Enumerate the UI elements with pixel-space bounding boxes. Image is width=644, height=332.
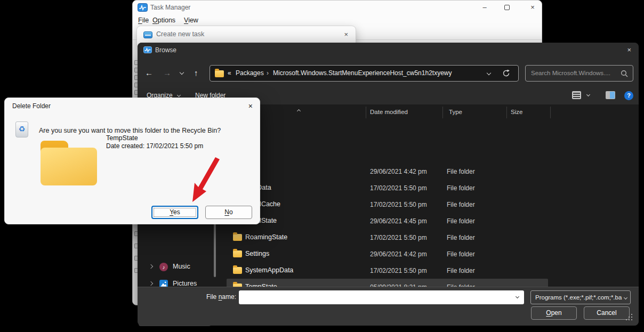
create-new-task-title: Create new task [156, 30, 204, 38]
column-size[interactable]: Size [511, 109, 522, 115]
recycle-bin-icon: ♻ [15, 122, 28, 137]
sidebar-item-music[interactable]: ♪ Music [139, 259, 211, 275]
column-separator [550, 107, 551, 118]
maximize-icon[interactable] [504, 5, 510, 10]
column-separator [442, 107, 443, 118]
table-row[interactable]: 29/06/2021 4:42 pmFile folder [227, 163, 548, 180]
delete-folder-dialog: Delete Folder × ♻ Are you sure you want … [4, 98, 260, 224]
browse-title: Browse [155, 46, 176, 54]
resize-grip[interactable] [631, 319, 632, 320]
combo-dropdown-icon[interactable] [516, 295, 519, 298]
screen: Task Manager – × File Options View Creat… [0, 0, 644, 332]
resize-grip-dot [626, 319, 627, 320]
close-icon[interactable]: × [627, 46, 631, 54]
table-row[interactable]: Settings29/06/2021 4:42 pmFile folder [227, 246, 548, 262]
breadcrumb-packages[interactable]: Packages [236, 69, 264, 77]
filter-dropdown-icon [624, 296, 627, 299]
column-separator [506, 107, 507, 118]
dialog-footer: File name: Programs (*.exe;*.pif;*.com;*… [138, 287, 639, 326]
chevron-right-icon[interactable] [149, 281, 153, 286]
column-separator [366, 107, 366, 118]
up-icon[interactable]: ↑ [194, 68, 198, 77]
resize-grip-dot [629, 317, 630, 318]
table-row[interactable]: LocalCache17/02/2021 5:50 pmFile folder [227, 196, 548, 213]
folder-preview-icon [41, 141, 97, 185]
refresh-icon[interactable] [502, 69, 511, 78]
cancel-button[interactable]: Cancel [584, 306, 630, 320]
yes-button[interactable]: Yes [151, 206, 198, 219]
close-icon[interactable]: × [525, 2, 541, 13]
help-icon[interactable]: ? [624, 91, 633, 100]
music-icon: ♪ [159, 262, 168, 272]
column-date-modified[interactable]: Date modified [370, 109, 408, 115]
column-type[interactable]: Type [449, 109, 462, 115]
file-type-filter[interactable]: Programs (*.exe;*.pif;*.com;*.ba [530, 290, 631, 304]
task-manager-icon [143, 46, 152, 53]
table-row[interactable]: SystemAppData17/02/2021 5:50 pmFile fold… [227, 262, 548, 279]
table-row[interactable]: AppData17/02/2021 5:50 pmFile folder [227, 180, 548, 196]
task-manager-title: Task Manager [150, 4, 190, 11]
confirmation-message: Are you sure you want to move this folde… [39, 127, 221, 134]
minimize-icon[interactable]: – [477, 2, 493, 13]
resize-grip-dot [631, 314, 632, 315]
view-details-icon[interactable] [572, 91, 581, 99]
folder-icon [215, 70, 224, 77]
delete-dialog-title: Delete Folder [12, 102, 51, 110]
search-placeholder: Search Microsoft.Windows.... [531, 70, 616, 76]
preview-pane-icon[interactable] [606, 91, 615, 99]
folder-icon [233, 234, 242, 241]
close-icon[interactable]: × [248, 102, 253, 110]
menu-view[interactable]: View [184, 17, 198, 24]
address-dropdown-icon[interactable] [487, 71, 491, 75]
chevron-right-icon[interactable] [149, 264, 153, 269]
breadcrumb-current-folder[interactable]: Microsoft.Windows.StartMenuExperienceHos… [273, 69, 452, 77]
task-manager-icon [138, 3, 148, 12]
folder-icon [233, 250, 242, 257]
file-name-input[interactable] [239, 290, 524, 304]
file-name-label: File name: [191, 293, 236, 301]
resize-grip-dot [631, 317, 632, 318]
svg-text:♪: ♪ [163, 264, 165, 270]
forward-icon[interactable]: → [163, 68, 171, 77]
breadcrumb-separator: › [267, 69, 269, 77]
back-icon[interactable]: ← [145, 68, 153, 77]
resize-grip-dot [629, 319, 630, 320]
search-icon [621, 70, 628, 77]
menu-file[interactable]: File [138, 17, 149, 24]
item-name: TempState [106, 134, 138, 142]
table-row[interactable]: LocalState29/06/2021 4:45 pmFile folder [227, 213, 548, 229]
no-button[interactable]: No [205, 206, 252, 219]
run-app-icon [143, 31, 152, 38]
open-button[interactable]: Open [531, 306, 577, 320]
sort-ascending-icon [297, 109, 301, 113]
sidebar-scrollbar[interactable] [214, 218, 216, 277]
breadcrumb-prefix[interactable]: « [228, 69, 231, 77]
item-date-created: Date created: 17/02/2021 5:50 pm [106, 142, 203, 150]
address-bar[interactable]: « Packages › Microsoft.Windows.StartMenu… [210, 65, 519, 82]
search-box[interactable]: Search Microsoft.Windows.... [525, 65, 633, 82]
table-row[interactable]: RoamingState17/02/2021 5:50 pmFile folde… [227, 229, 548, 246]
folder-icon [233, 267, 242, 274]
menu-options[interactable]: Options [152, 17, 175, 24]
browse-titlebar [138, 43, 639, 58]
close-icon[interactable]: × [344, 30, 348, 39]
